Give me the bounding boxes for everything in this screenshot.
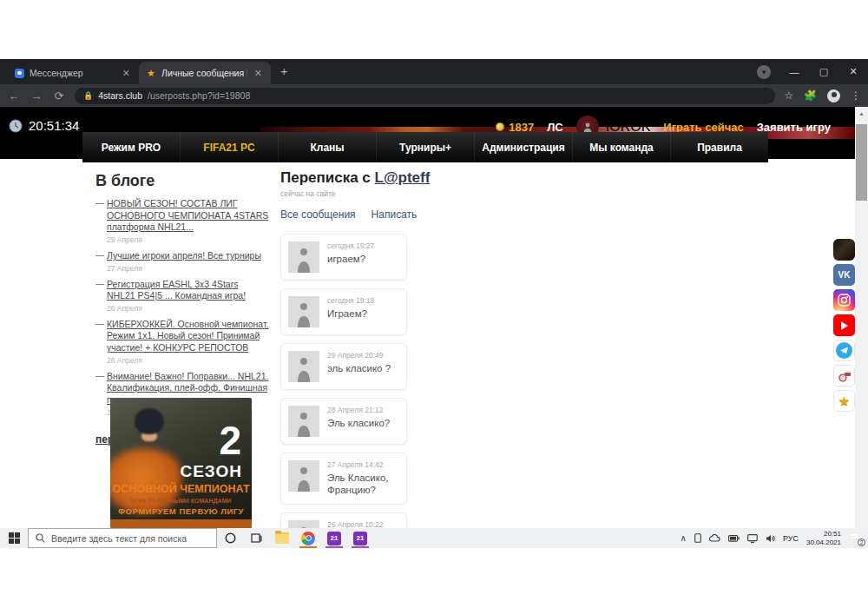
tab-title: Мессенджер	[30, 68, 115, 78]
profile-avatar-icon[interactable]	[827, 89, 840, 102]
tray-expand-icon[interactable]: ∧	[681, 533, 687, 543]
nav-item-pravila[interactable]: Правила	[670, 132, 768, 162]
maximize-button[interactable]: ▢	[809, 66, 838, 77]
sender-avatar	[288, 520, 319, 528]
search-icon	[36, 533, 45, 543]
whistle-icon[interactable]	[833, 365, 855, 387]
tab-close-icon[interactable]: ✕	[253, 68, 264, 79]
start-button[interactable]	[0, 528, 28, 548]
fifa21-app-button-2[interactable]: 21	[347, 528, 373, 548]
sender-avatar	[288, 406, 319, 437]
forward-icon[interactable]: →	[30, 89, 43, 102]
window-controls: ▾ — ▢ ✕	[757, 59, 868, 84]
chrome-taskbar-button[interactable]	[295, 528, 321, 548]
blog-post-date: 27 Апреля	[107, 264, 269, 273]
nav-item-klany[interactable]: Кланы	[278, 132, 376, 162]
taskbar-search-input[interactable]: Введите здесь текст для поиска	[28, 528, 217, 548]
partner-profile-link[interactable]: L@pteff	[375, 169, 431, 186]
reload-icon[interactable]: ⟳	[52, 89, 66, 102]
browser-profile-icon[interactable]: ▾	[757, 65, 771, 79]
minimize-button[interactable]: —	[779, 67, 809, 77]
youtube-icon[interactable]	[833, 314, 855, 336]
webpage: 20:51:34 1837 ЛС IOROK Играть сейчас Зая…	[0, 107, 868, 528]
sender-avatar	[288, 351, 319, 382]
telegram-icon[interactable]	[833, 340, 855, 361]
onedrive-cloud-icon[interactable]	[709, 534, 720, 542]
tab-all-messages[interactable]: Все сообщения	[280, 208, 356, 221]
message-text: Играем?	[327, 307, 399, 320]
message-date: 26 Апреля 10:22	[327, 520, 399, 528]
folder-icon	[275, 532, 289, 544]
bookmark-star-icon[interactable]: ☆	[784, 89, 793, 102]
message-date: 27 Апреля 14:42	[327, 460, 399, 469]
blog-post-item: КИБЕРХОККЕЙ. Основной чемпионат. Режим 1…	[95, 319, 269, 365]
search-placeholder: Введите здесь текст для поиска	[51, 533, 187, 544]
clock-date-display[interactable]: 20:51 30.04.2021	[806, 530, 841, 547]
blog-post-link[interactable]: Лучшие игроки апреля! Все турниры	[107, 250, 269, 262]
message-card[interactable]: 27 Апреля 14:42Эль Класико, Францию?	[280, 453, 407, 505]
close-button[interactable]: ✕	[838, 66, 868, 77]
battery-icon[interactable]	[728, 535, 740, 542]
vk-icon[interactable]: VK	[833, 264, 855, 286]
coin-icon	[496, 122, 504, 131]
new-tab-button[interactable]: ＋	[278, 64, 290, 80]
main-navigation: Режим PRO FIFA21 PC Кланы Турниры+ Админ…	[82, 132, 768, 162]
nav-item-fifa21-pc[interactable]: FIFA21 PC	[180, 132, 278, 162]
nav-item-turniry[interactable]: Турниры+	[376, 132, 474, 162]
scrollbar-thumb[interactable]	[856, 124, 867, 201]
language-indicator[interactable]: РУС	[783, 534, 799, 543]
message-text: Эль класико?	[327, 417, 399, 429]
message-date: 29 Апреля 20:49	[327, 351, 399, 360]
page-scrollbar[interactable]: ▲	[855, 107, 868, 528]
nav-item-administratsiya[interactable]: Администрация	[474, 132, 572, 162]
blog-post-date: 26 Апреля	[107, 356, 269, 365]
browser-tabstrip: Мессенджер ✕ ★ Личные сообщения IOROK, К…	[0, 59, 868, 84]
windows-taskbar: Введите здесь текст для поиска 21 21 ∧	[0, 528, 868, 548]
file-explorer-button[interactable]	[269, 528, 295, 548]
tab-title: Личные сообщения IOROK, Ки	[161, 68, 247, 78]
tab-write-message[interactable]: Написать	[372, 208, 418, 221]
action-center-button[interactable]: 2	[849, 532, 863, 545]
menu-kebab-icon[interactable]: ⋮	[851, 89, 861, 102]
tab-private-messages[interactable]: ★ Личные сообщения IOROK, Ки ✕	[139, 62, 271, 84]
message-text: играем?	[327, 253, 399, 265]
back-icon[interactable]: ←	[7, 89, 21, 102]
blog-post-link[interactable]: Регистрация EASHL 3x3 4Stars NHL21 PS4|5…	[107, 279, 269, 302]
messenger-favicon-icon	[14, 68, 24, 78]
fifa21-app-button[interactable]: 21	[321, 528, 347, 548]
message-text: эль класико ?	[327, 362, 399, 374]
tab-messenger[interactable]: Мессенджер ✕	[7, 62, 139, 84]
task-view-button[interactable]	[243, 528, 269, 548]
message-card[interactable]: сегодня 19:18Играем?	[280, 288, 407, 335]
notification-badge: 2	[858, 539, 865, 546]
instagram-icon[interactable]	[833, 289, 855, 311]
clock-icon	[9, 119, 23, 133]
scroll-up-arrow-icon[interactable]: ▲	[855, 107, 868, 120]
blog-post-link[interactable]: КИБЕРХОККЕЙ. Основной чемпионат. Режим 1…	[107, 319, 269, 354]
message-card[interactable]: 28 Апреля 21:12Эль класико?	[280, 398, 407, 445]
system-tray: ∧ РУС 20:51 30.04.2021 2	[681, 530, 868, 547]
nav-item-rezhim-pro[interactable]: Режим PRO	[82, 132, 180, 162]
nav-item-my-komanda[interactable]: Мы команда	[572, 132, 670, 162]
online-status: сейчас на сайте	[280, 189, 428, 198]
tab-close-icon[interactable]: ✕	[121, 68, 132, 79]
cortana-button[interactable]	[217, 528, 243, 548]
season-promo-banner[interactable]: 2 СЕЗОН ОСНОВНОЙ ЧЕМПИОНАТ ИГРА РЕАЛЬНЫМ…	[110, 398, 252, 528]
community-photo[interactable]	[833, 239, 855, 261]
message-card[interactable]: сегодня 19:27играем?	[280, 234, 407, 281]
message-date: сегодня 19:18	[327, 296, 399, 305]
banner-league-line: ФОРМИРУЕМ ПЕРВУЮ ЛИГУ	[110, 506, 252, 516]
favorites-star-icon[interactable]: ★	[833, 390, 855, 412]
blog-post-link[interactable]: НОВЫЙ СЕЗОН! СОСТАВ ЛИГ ОСНОВНОГО ЧЕМПИО…	[107, 198, 269, 234]
banner-championship-line: ОСНОВНОЙ ЧЕМПИОНАТ	[110, 483, 252, 495]
network-display-icon[interactable]	[747, 534, 758, 543]
banner-subtitle-line: ИГРА РЕАЛЬНЫМИ КОМАНДАМИ	[110, 498, 252, 504]
message-card[interactable]: 29 Апреля 20:49эль класико ?	[280, 343, 407, 390]
phone-link-icon[interactable]	[694, 533, 701, 543]
extensions-puzzle-icon[interactable]: 🧩	[804, 89, 817, 102]
message-card[interactable]: 26 Апреля 10:22когда сыграем?	[280, 512, 407, 528]
speaker-icon[interactable]	[766, 534, 775, 543]
message-date: 28 Апреля 21:12	[327, 406, 399, 414]
address-bar[interactable]: 🔒 4stars.club/userposts.php?id=19808	[75, 88, 775, 104]
blog-post-item: Регистрация EASHL 3x3 4Stars NHL21 PS4|5…	[95, 279, 269, 313]
